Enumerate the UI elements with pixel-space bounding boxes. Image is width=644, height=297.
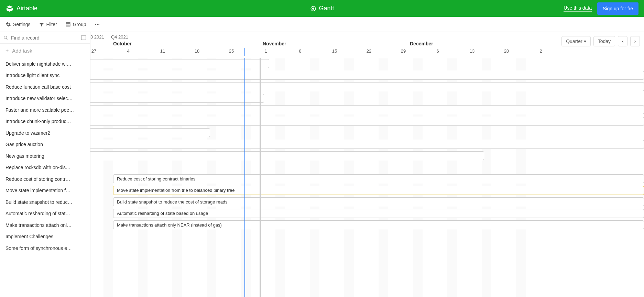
group-label: Group [73, 22, 86, 27]
prev-button[interactable]: ‹ [618, 36, 627, 46]
gantt-row [90, 231, 644, 243]
chevron-left-icon: ‹ [622, 38, 624, 44]
more-button[interactable] [95, 22, 100, 27]
settings-button[interactable]: Settings [6, 22, 31, 27]
gantt-bar[interactable]: Move state implementation from trie to b… [113, 186, 644, 195]
task-item[interactable]: Move state implementation f… [0, 185, 90, 197]
day-label: 25 [229, 48, 234, 54]
expand-sidebar-icon[interactable] [80, 35, 87, 41]
task-item[interactable]: Reduce function call base cost [0, 81, 90, 93]
day-label: 6 [436, 48, 439, 54]
add-task-button[interactable]: + Add task [0, 44, 90, 58]
task-item[interactable]: Upgrade to wasmer2 [0, 127, 90, 139]
more-icon [95, 22, 100, 27]
airtable-logo[interactable]: Airtable [6, 4, 37, 13]
gantt-bar[interactable]: Make transactions attach only NEAR (inst… [113, 220, 644, 229]
view-name-label: Gantt [319, 5, 334, 12]
gantt-bar[interactable] [90, 140, 644, 149]
task-item[interactable]: Reduce cost of storing contr… [0, 173, 90, 185]
view-title[interactable]: Gantt [310, 5, 334, 12]
gantt-bar[interactable]: Reduce cost of storing contract binaries [113, 174, 644, 183]
gantt-bar[interactable]: Automatic resharding of state based on u… [113, 209, 644, 218]
signup-button[interactable]: Sign up for fre [597, 2, 638, 15]
filter-button[interactable]: Filter [39, 22, 57, 27]
task-item[interactable]: Automatic resharding of stat… [0, 208, 90, 220]
add-task-label: Add task [12, 48, 32, 54]
svg-point-6 [97, 24, 98, 25]
gantt-row [90, 162, 644, 174]
gantt-bar[interactable] [90, 105, 644, 114]
task-item[interactable]: Introduce light client sync [0, 70, 90, 81]
task-item[interactable]: Gas price auction [0, 139, 90, 151]
svg-rect-8 [81, 36, 86, 40]
use-this-data-link[interactable]: Use this data [564, 5, 592, 12]
day-label: 8 [299, 48, 301, 54]
bar-label: Move state implementation from trie to b… [117, 188, 235, 193]
gantt-bar[interactable] [90, 71, 644, 80]
task-item[interactable]: Introduce chunk-only produc… [0, 116, 90, 128]
task-item[interactable]: Replace rocksdb with on-dis… [0, 162, 90, 174]
day-label: 2 [539, 48, 542, 54]
gantt-row [90, 104, 644, 116]
month-label: November [263, 41, 286, 46]
gantt-bar[interactable] [90, 94, 264, 103]
task-item[interactable]: Build state snapshot to reduc… [0, 196, 90, 208]
filter-label: Filter [46, 22, 57, 27]
task-item[interactable]: Make transactions attach onl… [0, 219, 90, 231]
task-item[interactable]: Deliver simple nightshade wi… [0, 58, 90, 70]
gantt-bar[interactable]: Build state snapshot to reduce the cost … [113, 197, 644, 206]
airtable-icon [6, 4, 14, 13]
day-label: 1 [264, 48, 267, 54]
gantt-row [90, 127, 644, 139]
day-label: 27 [91, 48, 96, 54]
period-label: 3 2021 [90, 34, 104, 40]
group-button[interactable]: Group [65, 22, 86, 27]
task-item[interactable]: Implement Challenges [0, 231, 90, 243]
bar-label: Make transactions attach only NEAR (inst… [117, 222, 222, 228]
task-item[interactable]: Some form of synchronous e… [0, 242, 90, 254]
gantt-row [90, 58, 644, 70]
search-icon [3, 35, 8, 40]
gantt-row [90, 139, 644, 151]
task-item[interactable]: New gas metering [0, 150, 90, 162]
gantt-row: Move state implementation from trie to b… [90, 185, 644, 197]
settings-label: Settings [13, 22, 31, 27]
day-label: 29 [401, 48, 406, 54]
bar-label: Reduce cost of storing contract binaries [117, 176, 195, 182]
gantt-bar[interactable] [90, 151, 484, 160]
task-item[interactable]: Introduce new validator selec… [0, 93, 90, 104]
day-label: 20 [504, 48, 509, 54]
gantt-row [90, 70, 644, 81]
period-label: Q4 2021 [111, 34, 128, 40]
next-button[interactable]: › [630, 36, 640, 46]
gantt-bar[interactable] [90, 59, 269, 68]
task-item[interactable]: Faster and more scalable pee… [0, 104, 90, 116]
timescale-dropdown[interactable]: Quarter ▾ [561, 36, 590, 46]
gantt-row: Make transactions attach only NEAR (inst… [90, 219, 644, 231]
search-input[interactable] [11, 35, 78, 41]
svg-point-7 [98, 24, 99, 25]
svg-rect-2 [66, 22, 70, 23]
filter-icon [39, 22, 44, 27]
svg-point-1 [312, 8, 314, 10]
gantt-bar[interactable] [90, 82, 644, 91]
gantt-row [90, 116, 644, 128]
day-label: 4 [127, 48, 129, 54]
today-button[interactable]: Today [593, 36, 615, 46]
day-label: 11 [160, 48, 165, 54]
day-label: 18 [195, 48, 199, 54]
day-label: 15 [332, 48, 337, 54]
gantt-bar[interactable] [90, 117, 644, 126]
chevron-down-icon: ▾ [584, 38, 586, 44]
gantt-row: Build state snapshot to reduce the cost … [90, 196, 644, 208]
gantt-row [90, 81, 644, 93]
gantt-icon [310, 6, 316, 12]
gantt-bar[interactable] [90, 128, 210, 137]
gantt-row [90, 93, 644, 104]
month-label: October [113, 41, 132, 46]
chevron-right-icon: › [634, 38, 636, 44]
month-label: December [410, 41, 433, 46]
gear-icon [6, 22, 11, 27]
bar-label: Automatic resharding of state based on u… [117, 211, 208, 216]
plus-icon: + [6, 48, 9, 54]
